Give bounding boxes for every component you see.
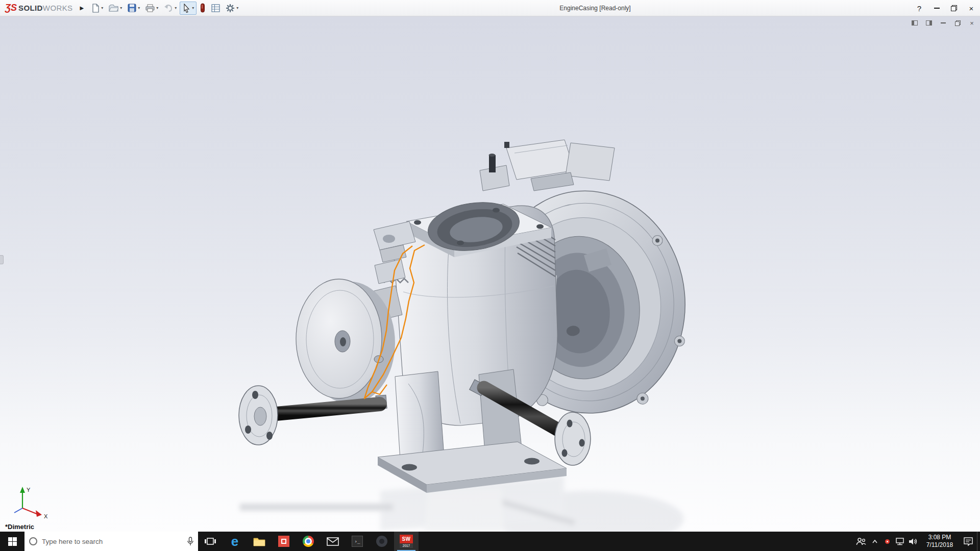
taskbar-search[interactable] [24, 532, 198, 551]
chevron-up-icon [872, 540, 877, 543]
document-title: EngineCasing [Read-only] [559, 5, 630, 12]
people-icon [856, 537, 866, 545]
print-icon [145, 4, 155, 12]
chrome-taskbar-icon[interactable] [296, 532, 321, 551]
save-icon [128, 4, 136, 12]
window-controls: ? × [911, 0, 980, 16]
undo-button[interactable]: ▾ [161, 2, 179, 14]
clock-date: 7/11/2018 [926, 541, 953, 549]
z-axis-arrow [14, 508, 22, 513]
pane-left-icon[interactable] [911, 19, 919, 27]
doc-close-button[interactable]: × [968, 19, 976, 27]
show-desktop-button[interactable] [977, 532, 980, 551]
doc-minimize-button[interactable] [939, 19, 947, 27]
solidworks-taskbar-icon[interactable]: SW 2017 [394, 532, 419, 551]
restore-button[interactable] [945, 0, 963, 16]
taskbar-clock[interactable]: 3:08 PM 7/11/2018 [920, 534, 960, 549]
terminal-icon: ›_ [352, 536, 363, 547]
x-axis-label: X [44, 513, 48, 519]
system-tray: 3:08 PM 7/11/2018 [853, 532, 980, 551]
appearance-button[interactable] [197, 1, 208, 15]
dark-app-taskbar-icon[interactable] [370, 532, 394, 551]
people-button[interactable] [853, 532, 869, 551]
appearance-bead-icon [200, 3, 206, 13]
save-button[interactable]: ▾ [125, 2, 142, 14]
print-button[interactable]: ▾ [143, 2, 161, 14]
doc-restore-button[interactable] [953, 19, 962, 27]
new-document-button[interactable]: ▾ [89, 2, 106, 15]
y-axis-arrow [20, 487, 25, 493]
dark-app-icon [376, 536, 387, 547]
restore-icon [951, 5, 957, 11]
task-view-button[interactable] [198, 532, 223, 551]
graphics-viewport[interactable]: × [0, 16, 980, 532]
dropdown-icon[interactable]: ▾ [192, 6, 194, 10]
top-components[interactable] [480, 140, 615, 191]
evaluate-button[interactable] [209, 2, 223, 14]
minimize-icon [934, 8, 940, 9]
dropdown-icon[interactable]: ▾ [236, 6, 238, 10]
windows-taskbar: e ›_ SW 2017 3:08 PM 7/11/2018 [0, 532, 980, 551]
view-orientation-label: *Dimetric [5, 523, 34, 531]
table-icon [211, 4, 220, 12]
edge-taskbar-icon[interactable]: e [223, 532, 247, 551]
dropdown-icon[interactable]: ▾ [175, 6, 177, 10]
solidworks-logo: ƷS SOLID WORKS [0, 3, 73, 13]
volume-button[interactable] [906, 532, 920, 551]
terminal-taskbar-icon[interactable]: ›_ [345, 532, 370, 551]
document-window-controls: × [911, 19, 976, 27]
search-input[interactable] [42, 538, 183, 545]
logo-text-solid: SOLID [18, 4, 43, 12]
network-button[interactable] [893, 532, 906, 551]
titlebar: ƷS SOLID WORKS ▶ ▾ ▾ ▾ ▾ ▾ ▾ [0, 0, 980, 16]
open-button[interactable]: ▾ [106, 2, 125, 14]
close-button[interactable]: × [963, 0, 980, 16]
menu-flyout-icon[interactable]: ▶ [80, 5, 84, 11]
red-status-icon [885, 539, 890, 544]
mail-icon [327, 537, 339, 546]
new-document-icon [91, 4, 100, 13]
dropdown-icon[interactable]: ▾ [156, 6, 158, 10]
edge-icon: e [231, 535, 238, 548]
start-button[interactable] [0, 532, 24, 551]
doc-restore-icon [955, 20, 961, 26]
solidworks-app-icon: SW 2017 [400, 535, 413, 548]
orientation-triad: Y X [4, 484, 53, 520]
cortana-icon [29, 537, 38, 546]
main-toolbar: ▾ ▾ ▾ ▾ ▾ ▾ ▾ [89, 1, 241, 15]
action-center-button[interactable] [960, 532, 977, 551]
y-axis-label: Y [27, 487, 31, 493]
minimize-button[interactable] [928, 0, 945, 16]
task-view-icon [204, 537, 216, 546]
x-axis-arrow [36, 510, 42, 517]
file-explorer-taskbar-icon[interactable] [247, 532, 272, 551]
hidden-icons-button[interactable] [869, 532, 881, 551]
network-icon [895, 538, 904, 545]
options-button[interactable]: ▾ [223, 2, 241, 15]
mail-taskbar-icon[interactable] [321, 532, 345, 551]
select-arrow-icon [182, 4, 190, 13]
pulley-disc[interactable] [296, 279, 395, 404]
windows-logo-icon [8, 537, 17, 546]
cad-model-canvas[interactable] [0, 16, 980, 532]
open-icon [109, 4, 118, 12]
clock-time: 3:08 PM [928, 534, 951, 541]
gear-icon [226, 4, 235, 13]
file-explorer-icon [253, 536, 265, 546]
microphone-icon[interactable] [187, 537, 194, 546]
red-app-icon [278, 536, 289, 547]
dropdown-icon[interactable]: ▾ [120, 6, 122, 10]
red-app-taskbar-icon[interactable] [272, 532, 296, 551]
dropdown-icon[interactable]: ▾ [138, 6, 140, 10]
solidworks-logo-icon: ƷS [5, 3, 17, 13]
volume-icon [909, 538, 918, 545]
help-button[interactable]: ? [911, 0, 928, 16]
undo-icon [164, 4, 173, 12]
dropdown-icon[interactable]: ▾ [101, 6, 103, 10]
doc-minimize-icon [941, 22, 946, 23]
logo-text-works: WORKS [43, 4, 73, 12]
select-tool-button[interactable]: ▾ [180, 2, 197, 15]
chrome-icon [303, 536, 314, 547]
tray-red-status-button[interactable] [881, 532, 893, 551]
pane-right-icon[interactable] [925, 19, 933, 27]
